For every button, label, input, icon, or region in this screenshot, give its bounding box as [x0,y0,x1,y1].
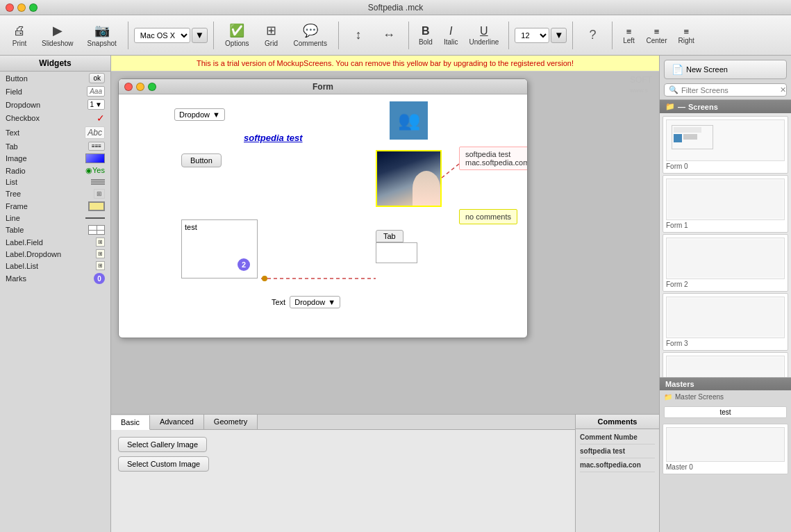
window-title: Softpedia .mck [368,3,423,13]
fontsize-dropdown-button[interactable]: ▼ [551,28,567,43]
align-left-button[interactable]: ≡ Left [618,25,639,46]
bottom-tabs: Basic Advanced Geometry [111,415,575,430]
widget-dropdown[interactable]: Dropdown 1 ▼ [0,98,110,111]
separator-6 [572,22,573,49]
align-left-label: Left [623,37,635,44]
widget-field[interactable]: Field Aaa [0,85,110,98]
os-selector[interactable]: Mac OS X Windows [134,28,190,43]
master-thumbnail-0 [666,427,785,462]
underline-button[interactable]: U Underline [465,24,503,47]
move-up-button[interactable]: ↕ [344,25,372,45]
screen-item-3[interactable]: Form 3 [663,293,788,351]
widgets-panel: Widgets Button ok Field Aaa Dropdown 1 ▼… [0,56,111,532]
form-title: Form [313,82,333,92]
screen-label-0: Form 0 [666,163,785,170]
widget-tree[interactable]: Tree ⊞ [0,188,110,200]
widget-image[interactable]: Image [0,152,110,165]
maximize-button[interactable] [29,3,38,12]
grid-button[interactable]: ⊞ Grid [258,20,285,50]
widget-label-field[interactable]: Label.Field ⊞ [0,236,110,248]
gallery-image-button[interactable]: Select Gallery Image [118,437,207,452]
separator-3 [338,22,339,49]
widget-checkbox[interactable]: Checkbox ✓ [0,111,110,125]
screen-thumbnail-4 [666,356,785,377]
separator-4 [408,22,409,49]
tab-basic[interactable]: Basic [111,415,150,430]
align-center-button[interactable]: ≡ Center [642,25,671,46]
comments-button[interactable]: 💬 Comments [288,20,333,50]
fontsize-selector[interactable]: 12 [515,28,549,43]
new-screen-button[interactable]: 📄 New Screen [664,60,787,79]
tab-advanced[interactable]: Advanced [150,415,204,429]
masters-section-header: Masters [660,378,791,390]
separator-2 [213,22,214,49]
slideshow-label: Slideshow [42,40,74,47]
form-photo-widget[interactable] [376,150,442,207]
form-min-button[interactable] [136,83,144,91]
options-icon: ✅ [229,23,244,38]
comments-section: Comments Comment Numbe softpedia test ma… [576,415,659,532]
form-body[interactable]: Dropdow ▼ softpedia test Button 👥 [119,94,527,338]
print-button[interactable]: 🖨 Print [6,21,33,50]
screen-item-1[interactable]: Form 1 [663,175,788,233]
slideshow-button[interactable]: ▶ Slideshow [36,20,79,50]
widget-label-dropdown[interactable]: Label.Dropdown ⊞ [0,248,110,260]
custom-image-button[interactable]: Select Custom Image [118,456,209,472]
align-right-button[interactable]: ≡ Right [674,25,699,46]
form-link-text[interactable]: softpedia test [244,133,303,143]
form-button-widget[interactable]: Button [181,153,222,167]
widget-marks[interactable]: Marks 0 [0,272,110,285]
screen-item-4[interactable]: Form 4 [663,352,788,377]
widget-frame[interactable]: Frame [0,200,110,213]
options-label: Options [225,40,249,47]
titlebar: Softpedia .mck [0,0,791,15]
bold-button[interactable]: B Bold [415,24,437,47]
move-arrows-button[interactable]: ↔ [375,25,403,45]
os-dropdown-button[interactable]: ▼ [192,28,208,43]
widget-text[interactable]: Text Abc [0,125,110,140]
bottom-content: Select Gallery Image Select Custom Image [111,430,575,532]
options-button[interactable]: ✅ Options [219,20,254,50]
close-button[interactable] [6,3,14,12]
separator-5 [508,22,509,49]
widget-list[interactable]: List [0,176,110,188]
italic-button[interactable]: I Italic [440,24,463,47]
comments-content: Comment Numbe softpedia test mac.softped… [576,429,659,532]
form-text-dropdown-widget[interactable]: Dropdow ▼ [290,296,340,308]
form-comment-1: softpedia test mac.softpedia.com [459,147,528,170]
titlebar-buttons [6,3,38,12]
comment-row-2: mac.softpedia.con [580,461,655,472]
form-max-button[interactable] [148,83,156,91]
svg-point-2 [262,276,267,281]
widget-label-list[interactable]: Label.List ⊞ [0,260,110,272]
form-tab-widget[interactable]: Tab [376,230,417,263]
form-tab-label[interactable]: Tab [376,230,403,242]
tab-geometry[interactable]: Geometry [204,415,258,429]
align-center-label: Center [646,37,667,44]
help-button[interactable]: ? [578,25,606,45]
screen-item-0[interactable]: Form 0 [663,116,788,174]
masters-section: Masters 📁 Master Screens test Master 0 [660,378,791,532]
slideshow-icon: ▶ [53,23,63,38]
screen-item-2[interactable]: Form 2 [663,234,788,292]
widget-line[interactable]: Line [0,213,110,224]
clear-filter-icon[interactable]: ✕ [780,85,786,94]
widget-tab[interactable]: Tab ≡≡≡ [0,140,110,152]
underline-label: Underline [469,38,499,46]
masters-header-label: Masters [665,380,694,388]
filter-screens-input-group: 🔍 ✕ [664,83,787,97]
widget-button[interactable]: Button ok [0,72,110,85]
widget-radio[interactable]: Radio ◉Yes [0,165,110,176]
widget-table[interactable]: Table [0,224,110,236]
form-dropdown-widget[interactable]: Dropdow ▼ [174,108,225,121]
master-test-box[interactable]: test [664,406,787,418]
bold-label: Bold [419,38,433,46]
snapshot-button[interactable]: 📷 Snapshot [82,20,122,50]
form-textbox-widget[interactable]: test 2 [181,219,258,279]
master-item-0[interactable]: Master 0 [663,424,788,474]
minimize-button[interactable] [17,3,26,12]
filter-screens-input[interactable] [681,86,777,94]
bottom-left-panel: Basic Advanced Geometry Select Gallery I… [111,415,576,532]
form-close-button[interactable] [124,83,133,91]
align-left-icon: ≡ [626,26,632,37]
